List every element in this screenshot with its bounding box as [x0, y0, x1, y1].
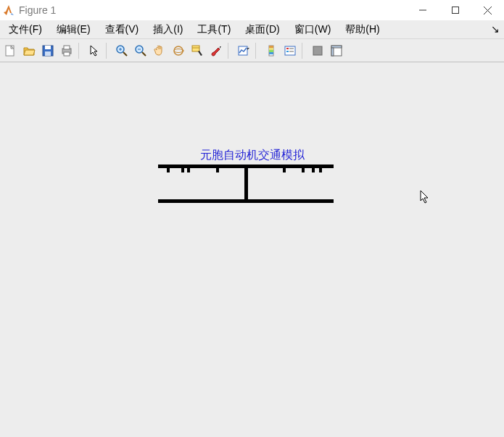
road-center-divider	[244, 167, 248, 201]
minimize-button[interactable]	[406, 0, 439, 20]
svg-rect-37	[313, 46, 322, 55]
separator	[255, 43, 260, 59]
svg-rect-28	[269, 46, 273, 48]
svg-rect-8	[45, 51, 51, 56]
svg-rect-22	[192, 46, 199, 51]
menu-tools[interactable]: 工具(T)	[190, 22, 238, 38]
window-title: Figure 1	[19, 4, 56, 16]
zoom-out-icon[interactable]	[132, 42, 149, 59]
toolbar	[0, 39, 504, 62]
road-diagram	[158, 165, 334, 203]
separator	[78, 43, 83, 59]
road-tick	[302, 167, 305, 172]
hide-plot-tools-icon[interactable]	[309, 42, 326, 59]
rotate-3d-icon[interactable]	[170, 42, 187, 59]
svg-marker-21	[183, 49, 184, 52]
pan-icon[interactable]	[151, 42, 168, 59]
svg-rect-34	[286, 51, 289, 52]
matlab-logo-icon	[3, 4, 15, 16]
menu-desktop[interactable]: 桌面(D)	[238, 22, 286, 38]
separator	[106, 43, 110, 59]
svg-marker-24	[220, 46, 221, 49]
menu-window[interactable]: 窗口(W)	[287, 22, 339, 38]
open-icon[interactable]	[20, 42, 38, 59]
insert-legend-icon[interactable]	[281, 42, 299, 59]
toolbar-chevron-icon[interactable]: ↘	[491, 23, 500, 35]
title-bar: Figure 1	[0, 0, 504, 20]
svg-rect-10	[64, 46, 70, 49]
svg-rect-11	[64, 52, 70, 56]
show-plot-tools-icon[interactable]	[328, 42, 345, 59]
separator	[228, 43, 232, 59]
svg-rect-31	[269, 52, 273, 54]
road-tick	[283, 167, 286, 172]
figure-title: 元胞自动机交通模拟	[0, 148, 504, 163]
svg-rect-40	[331, 48, 334, 56]
svg-rect-30	[269, 50, 273, 52]
menu-file[interactable]: 文件(F)	[1, 22, 49, 38]
edit-plot-arrow-icon[interactable]	[86, 42, 103, 59]
new-figure-icon[interactable]	[1, 42, 19, 59]
window-controls	[406, 0, 504, 20]
zoom-in-icon[interactable]	[113, 42, 131, 59]
svg-rect-29	[269, 48, 273, 50]
link-data-icon[interactable]	[235, 42, 252, 59]
menu-bar: 文件(F) 编辑(E) 查看(V) 插入(I) 工具(T) 桌面(D) 窗口(W…	[0, 20, 504, 39]
road-tick	[216, 167, 219, 172]
svg-line-17	[142, 52, 146, 56]
svg-line-13	[123, 52, 127, 56]
figure-canvas[interactable]: 元胞自动机交通模拟	[0, 62, 504, 437]
menu-insert[interactable]: 插入(I)	[146, 22, 190, 38]
save-icon[interactable]	[39, 42, 57, 59]
menu-help[interactable]: 帮助(H)	[338, 22, 387, 38]
svg-point-19	[174, 46, 183, 55]
svg-rect-1	[452, 7, 458, 14]
separator	[302, 43, 306, 59]
close-button[interactable]	[471, 0, 504, 20]
svg-rect-33	[286, 48, 289, 49]
maximize-button[interactable]	[439, 0, 471, 20]
road-tick	[187, 167, 190, 172]
svg-rect-7	[45, 46, 51, 49]
print-icon[interactable]	[58, 42, 75, 59]
svg-point-20	[174, 49, 183, 52]
mouse-cursor-icon	[420, 190, 430, 207]
road-tick	[312, 167, 315, 172]
brush-icon[interactable]	[207, 42, 225, 59]
road-tick	[181, 167, 184, 172]
menu-view[interactable]: 查看(V)	[98, 22, 146, 38]
insert-colorbar-icon[interactable]	[263, 42, 280, 59]
road-tick	[319, 167, 322, 172]
road-tick	[167, 167, 170, 172]
menu-edit[interactable]: 编辑(E)	[49, 22, 98, 38]
data-cursor-icon[interactable]	[189, 42, 206, 59]
